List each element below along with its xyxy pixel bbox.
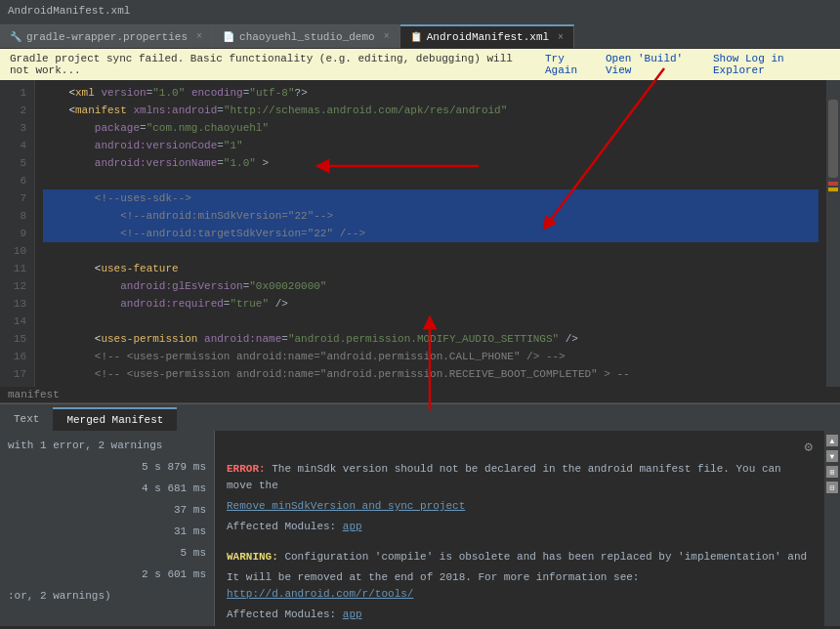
tab-merged-label: Merged Manifest	[66, 414, 163, 426]
code-line-3: package="com.nmg.chaoyuehl"	[43, 119, 819, 137]
code-line-14	[43, 313, 819, 330]
code-line-15: <uses-permission android:name="android.p…	[43, 330, 819, 348]
line-8: 8	[8, 207, 26, 225]
tab-merged-manifest[interactable]: Merged Manifest	[53, 407, 177, 431]
tab-manifest-label: AndroidManifest.xml	[427, 31, 549, 43]
error-message-line: ERROR: The minSdk version should not be …	[227, 461, 813, 494]
line-13: 13	[8, 295, 26, 313]
tab-chaoyuehl-label: chaoyuehl_studio_demo	[239, 31, 375, 43]
warning-info-link[interactable]: http://d.android.com/r/tools/	[227, 588, 413, 600]
scroll-down-btn[interactable]: ▼	[826, 450, 838, 462]
affected-modules-warning: Affected Modules: app	[227, 607, 813, 623]
code-line-6	[43, 172, 819, 189]
panel-buttons: ▲ ▼ ⊞ ⊟	[824, 431, 840, 626]
tab-chaoyuehl[interactable]: 📄 chaoyuehl_studio_demo ×	[213, 24, 400, 48]
affected-label-1: Affected Modules:	[227, 521, 343, 532]
code-line-4: android:versionCode="1"	[43, 137, 819, 154]
error-text: The minSdk version should not be declare…	[227, 463, 781, 491]
line-4: 4	[8, 137, 26, 154]
tab-gradle-label: gradle-wrapper.properties	[26, 31, 188, 43]
code-line-16: <!-- <uses-permission android:name="andr…	[43, 348, 819, 365]
remove-minsdk-link[interactable]: Remove minSdkVersion and sync project	[227, 500, 465, 512]
breadcrumb-text: manifest	[8, 389, 60, 400]
tab-text[interactable]: Text	[0, 407, 53, 431]
gradle-icon: 🔧	[10, 31, 21, 43]
scroll-thumb[interactable]	[828, 100, 838, 178]
line-14: 14	[8, 313, 26, 330]
tab-gradle-close[interactable]: ×	[196, 31, 202, 42]
error-prefix: ERROR:	[227, 463, 272, 475]
scroll-up-btn[interactable]: ▲	[826, 435, 838, 446]
error-scroll-marker	[828, 182, 838, 186]
title-bar: AndroidManifest.xml	[0, 0, 840, 21]
code-line-9: <!--android:targetSdkVersion="22" /-->	[43, 225, 819, 242]
code-line-10	[43, 242, 819, 260]
code-line-13: android:required="true" />	[43, 295, 819, 313]
warning-message-line-2: It will be removed at the end of 2018. F…	[227, 569, 813, 603]
warning-prefix: WARNING:	[227, 551, 284, 563]
messages-right-panel: ⚙ ERROR: The minSdk version should not b…	[215, 431, 824, 626]
expand-btn[interactable]: ⊞	[826, 466, 838, 478]
warning-message-line: WARNING: Configuration 'compile' is obso…	[227, 549, 813, 566]
line-6: 6	[8, 172, 26, 189]
window-title: AndroidManifest.xml	[8, 5, 130, 17]
editor-scrollbar[interactable]	[826, 80, 840, 387]
editor-area: 1 2 3 4 5 6 7 8 9 10 11 12 13 14 15 16 1…	[0, 80, 840, 387]
stat-item-4: 37 ms	[4, 499, 210, 521]
line-17: 17	[8, 365, 26, 383]
tab-manifest[interactable]: 📋 AndroidManifest.xml ×	[400, 24, 574, 48]
messages-panel: with 1 error, 2 warnings 5 s 879 ms 4 s …	[0, 431, 840, 626]
line-numbers: 1 2 3 4 5 6 7 8 9 10 11 12 13 14 15 16 1…	[0, 80, 35, 387]
error-link-line: Remove minSdkVersion and sync project	[227, 498, 813, 515]
stat-item-6: 5 ms	[4, 542, 210, 564]
affected-app-link-2[interactable]: app	[343, 608, 362, 620]
line-9: 9	[8, 225, 26, 242]
line-12: 12	[8, 277, 26, 295]
tab-gradle[interactable]: 🔧 gradle-wrapper.properties ×	[0, 24, 213, 48]
code-line-8: <!--android:minSdkVersion="22"-->	[43, 207, 819, 225]
bottom-tab-bar: Text Merged Manifest	[0, 403, 840, 431]
chaoyuehl-icon: 📄	[223, 31, 234, 43]
stat-item-7: 2 s 601 ms	[4, 564, 210, 585]
code-editor[interactable]: <xml version="1.0" encoding="utf-8"?> <m…	[35, 80, 826, 387]
line-10: 10	[8, 242, 26, 260]
manifest-breadcrumb: manifest	[0, 387, 840, 403]
tab-manifest-close[interactable]: ×	[558, 32, 564, 43]
line-5: 5	[8, 154, 26, 172]
line-3: 3	[8, 119, 26, 137]
warning-text: Configuration 'compile' is obsolete and …	[284, 551, 807, 563]
code-line-1: <xml version="1.0" encoding="utf-8"?>	[43, 84, 819, 102]
tab-text-label: Text	[14, 413, 39, 425]
manifest-icon: 📋	[410, 31, 422, 43]
code-line-11: <uses-feature	[43, 260, 819, 277]
affected-label-2: Affected Modules:	[227, 608, 343, 620]
line-15: 15	[8, 330, 26, 348]
try-again-link[interactable]: Try Again	[545, 53, 598, 76]
code-line-12: android:glEsVersion="0x00020000"	[43, 277, 819, 295]
line-7: 7	[8, 189, 26, 207]
stat-item-2: 5 s 879 ms	[4, 456, 210, 478]
tab-bar: 🔧 gradle-wrapper.properties × 📄 chaoyueh…	[0, 21, 840, 49]
show-log-link[interactable]: Show Log in Explorer	[713, 53, 830, 76]
code-line-2: <manifest xmlns:android="http://schemas.…	[43, 102, 819, 119]
tab-chaoyuehl-close[interactable]: ×	[384, 31, 390, 42]
gear-icon[interactable]: ⚙	[805, 439, 813, 455]
open-build-link[interactable]: Open 'Build' View	[606, 53, 705, 76]
line-1: 1	[8, 84, 26, 102]
affected-app-link-1[interactable]: app	[343, 521, 362, 532]
line-2: 2	[8, 102, 26, 119]
line-11: 11	[8, 260, 26, 277]
warning-text-2: It will be removed at the end of 2018. F…	[227, 571, 639, 583]
code-line-7: <!--uses-sdk-->	[43, 189, 819, 207]
messages-left-panel: with 1 error, 2 warnings 5 s 879 ms 4 s …	[0, 431, 215, 626]
code-line-17: <!-- <uses-permission android:name="andr…	[43, 365, 819, 383]
warning-scroll-marker	[828, 188, 838, 191]
stat-item-5: 31 ms	[4, 521, 210, 542]
warning-text: Gradle project sync failed. Basic functi…	[10, 53, 537, 76]
stat-item-3: 4 s 681 ms	[4, 478, 210, 499]
warning-bar: Gradle project sync failed. Basic functi…	[0, 49, 840, 80]
stat-item-1: with 1 error, 2 warnings	[4, 435, 210, 456]
affected-modules-error: Affected Modules: app	[227, 519, 813, 535]
stat-item-8: :or, 2 warnings)	[4, 585, 210, 607]
collapse-btn[interactable]: ⊟	[826, 482, 838, 493]
